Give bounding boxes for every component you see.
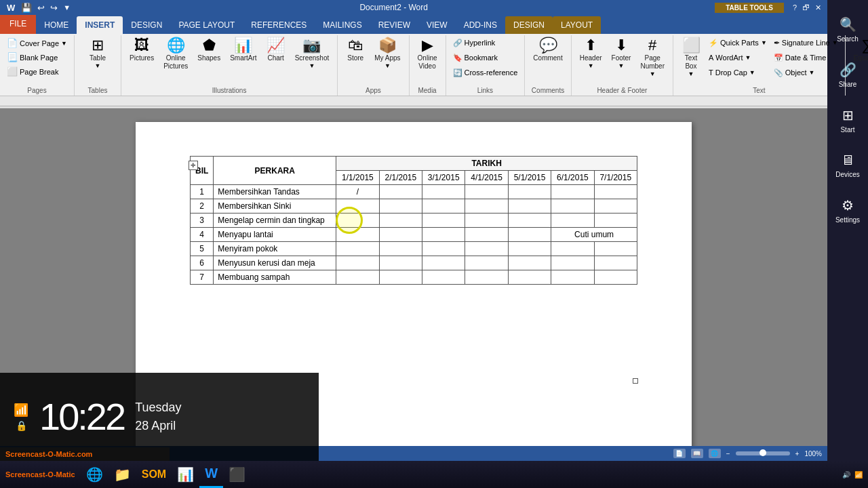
- my-apps-btn[interactable]: 📦 My Apps ▼: [370, 35, 404, 80]
- cell-1-6[interactable]: [551, 185, 594, 199]
- tab-table-layout[interactable]: LAYOUT: [553, 16, 601, 34]
- pages-group: 📄 Cover Page ▼ 📃 Blank Page ⬜ Page Break…: [0, 35, 75, 96]
- screenshot-icon: 📷: [302, 38, 321, 53]
- tab-table-design[interactable]: DESIGN: [505, 16, 553, 34]
- drop-cap-btn[interactable]: T Drop Cap ▼: [706, 67, 770, 78]
- date-time-btn[interactable]: 📅 Date & Time: [771, 52, 841, 64]
- save-qat-btn[interactable]: 💾: [19, 3, 34, 13]
- settings-charm-label: Settings: [835, 216, 860, 224]
- blank-page-icon: 📃: [7, 52, 18, 62]
- table-move-handle[interactable]: ✛: [189, 161, 198, 170]
- taskbar-chrome[interactable]: 🌐: [81, 461, 108, 488]
- wordart-btn[interactable]: A WordArt ▼: [706, 52, 770, 63]
- customize-qat-btn[interactable]: ▼: [61, 3, 73, 12]
- table-icon: ⊞: [92, 38, 104, 53]
- table-row: 3 Mengelap cermin dan tingkap: [191, 214, 637, 228]
- cover-page-btn[interactable]: 📄 Cover Page ▼: [4, 37, 70, 49]
- search-charm-icon: 🔍: [840, 16, 856, 33]
- tab-view[interactable]: VIEW: [418, 16, 456, 34]
- hyperlink-btn[interactable]: 🔗 Hyperlink: [450, 37, 521, 49]
- page-break-btn[interactable]: ⬜ Page Break: [4, 65, 61, 78]
- illustrations-group: 🖼 Pictures 🌐 Online Pictures ⬟ Shapes 📊 …: [121, 35, 338, 96]
- date-time-icon: 📅: [774, 54, 783, 62]
- tab-page-layout[interactable]: PAGE LAYOUT: [170, 16, 243, 34]
- chart-btn[interactable]: 📈 Chart: [262, 35, 290, 80]
- restore-btn[interactable]: 🗗: [800, 3, 812, 12]
- text-box-btn[interactable]: ⬜ Text Box ▼: [677, 35, 705, 80]
- devices-charm[interactable]: 🖥 Devices: [827, 143, 868, 188]
- chart-icon: 📈: [267, 38, 285, 53]
- screenshot-btn[interactable]: 📷 Screenshot ▼: [291, 35, 334, 80]
- online-pictures-btn[interactable]: 🌐 Online Pictures: [159, 35, 192, 80]
- cell-1-1[interactable]: /: [336, 185, 379, 199]
- taskbar-powerpoint[interactable]: 📊: [172, 461, 199, 488]
- tab-insert[interactable]: INSERT: [77, 16, 123, 34]
- view-read-btn[interactable]: 📖: [691, 449, 703, 458]
- tab-references[interactable]: REFERENCES: [243, 16, 315, 34]
- start-charm-label: Start: [840, 126, 854, 134]
- drop-cap-icon: T: [709, 68, 713, 77]
- start-charm-icon: ⊞: [842, 107, 854, 123]
- page-number-btn[interactable]: # Page Number ▼: [636, 35, 669, 80]
- tab-design[interactable]: DESIGN: [123, 16, 170, 34]
- start-charm[interactable]: ⊞ Start: [827, 98, 868, 143]
- quick-parts-btn[interactable]: ⚡ Quick Parts ▼: [706, 37, 770, 49]
- taskbar-screencast[interactable]: Screencast-O-Matic: [0, 461, 81, 488]
- smartart-btn[interactable]: 📊 SmartArt: [226, 35, 260, 80]
- table-resize-handle[interactable]: [633, 378, 638, 384]
- date-col-5: 5/1/2015: [508, 171, 551, 185]
- table-row: 1 Membersihkan Tandas /: [191, 185, 637, 199]
- zoom-in-btn[interactable]: +: [795, 450, 800, 458]
- view-web-btn[interactable]: 🌐: [709, 449, 721, 458]
- object-btn[interactable]: 📎 Object ▼: [771, 67, 841, 79]
- tab-add-ins[interactable]: ADD-INS: [456, 16, 505, 34]
- signature-line-btn[interactable]: ✒ Signature Line ▼: [771, 37, 841, 49]
- equation-btn[interactable]: ∑ Equation: [850, 35, 868, 80]
- redo-qat-btn[interactable]: ↪: [48, 3, 60, 13]
- footer-btn[interactable]: ⬇ Footer ▼: [608, 35, 635, 80]
- undo-qat-btn[interactable]: ↩: [35, 3, 47, 13]
- taskbar-black-app[interactable]: ⬛: [223, 461, 251, 488]
- cell-1-4[interactable]: [465, 185, 508, 199]
- tab-home[interactable]: HOME: [36, 16, 77, 34]
- shapes-btn[interactable]: ⬟ Shapes: [193, 35, 224, 80]
- taskbar-som[interactable]: SOM: [136, 461, 172, 488]
- cell-1-7[interactable]: [594, 185, 637, 199]
- svg-rect-0: [0, 96, 827, 108]
- bookmark-btn[interactable]: 🔖 Bookmark: [450, 52, 521, 64]
- tab-mailings[interactable]: MAILINGS: [315, 16, 370, 34]
- store-btn[interactable]: 🛍 Store: [342, 35, 369, 80]
- devices-charm-label: Devices: [835, 171, 860, 178]
- view-print-btn[interactable]: 📄: [673, 449, 686, 458]
- close-btn[interactable]: ✕: [813, 3, 823, 12]
- zoom-slider[interactable]: [736, 451, 790, 455]
- quick-parts-icon: ⚡: [709, 39, 718, 47]
- pictures-btn[interactable]: 🖼 Pictures: [125, 35, 158, 80]
- apps-group: 🛍 Store 📦 My Apps ▼ Apps: [338, 35, 409, 96]
- header-btn[interactable]: ⬆ Header ▼: [576, 35, 606, 80]
- page-break-icon: ⬜: [7, 66, 18, 77]
- blank-page-btn[interactable]: 📃 Blank Page: [4, 51, 60, 64]
- comment-btn[interactable]: 💬 Comment: [529, 35, 566, 80]
- wordart-icon: A: [709, 54, 713, 62]
- online-video-btn[interactable]: ▶ Online Video: [414, 35, 441, 80]
- cell-1-2[interactable]: [379, 185, 422, 199]
- svg-rect-1: [0, 106, 827, 106]
- signal-icons: 📶 🔒: [14, 403, 28, 431]
- zoom-out-btn[interactable]: −: [726, 450, 730, 458]
- table-row: 6 Menyusun kerusi dan meja: [191, 256, 637, 270]
- app-title: Document2 - Word: [74, 3, 713, 12]
- word-app-icon: W: [4, 0, 18, 21]
- settings-charm[interactable]: ⚙ Settings: [827, 188, 868, 233]
- cell-1-5[interactable]: [508, 185, 551, 199]
- taskbar-word[interactable]: W: [199, 461, 223, 488]
- tab-review[interactable]: REVIEW: [370, 16, 418, 34]
- cell-1-3[interactable]: [422, 185, 465, 199]
- table-btn[interactable]: ⊞ Table ▼: [79, 35, 117, 80]
- taskbar-folder[interactable]: 📁: [108, 461, 136, 488]
- help-btn[interactable]: ?: [791, 3, 799, 12]
- table-row: 7 Membuang sampah: [191, 270, 637, 285]
- date-col-7: 7/1/2015: [594, 171, 637, 185]
- clock-day: Tuesday: [135, 399, 181, 417]
- cross-reference-btn[interactable]: 🔄 Cross-reference: [450, 67, 521, 79]
